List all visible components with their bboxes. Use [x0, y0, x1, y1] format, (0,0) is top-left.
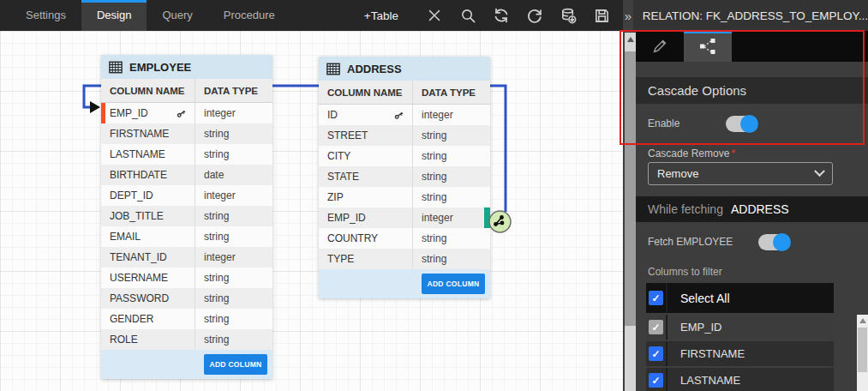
while-fetching-header: While fetching ADDRESS	[636, 196, 868, 222]
close-icon[interactable]	[425, 6, 444, 25]
tab-query[interactable]: Query	[147, 0, 207, 31]
table-row[interactable]: ROLEstring	[101, 329, 272, 350]
table-column-headers: COLUMN NAME DATA TYPE	[319, 81, 490, 105]
table-row[interactable]: STREETstring	[319, 125, 490, 146]
cascade-options-header: Cascade Options	[636, 77, 868, 104]
scrollbar-thumb[interactable]	[625, 51, 636, 326]
scroll-up-icon[interactable]	[859, 318, 866, 323]
table-title: ADDRESS	[347, 63, 402, 75]
enable-toggle[interactable]	[726, 116, 757, 132]
table-column-headers: COLUMN NAME DATA TYPE	[101, 79, 272, 103]
enable-row: Enable	[636, 104, 868, 143]
collapse-panel-icon[interactable]: »	[623, 0, 633, 31]
scrollbar-thumb[interactable]	[858, 328, 867, 372]
table-row[interactable]: EMAILstring	[101, 226, 272, 247]
add-column-button[interactable]: ADD COLUMN	[422, 274, 485, 294]
enable-label: Enable	[648, 117, 679, 129]
select-all-row[interactable]: ✓ Select All	[646, 283, 834, 313]
relation-icon	[697, 36, 718, 57]
table-employee-header[interactable]: EMPLOYEE	[101, 55, 272, 79]
table-row[interactable]: JOB_TITLEstring	[101, 206, 272, 226]
tab-procedure[interactable]: Procedure	[208, 0, 290, 31]
table-row[interactable]: FIRSTNAMEstring	[101, 123, 272, 144]
select-all-checkbox[interactable]: ✓	[649, 291, 663, 305]
tab-settings[interactable]: Settings	[10, 0, 81, 31]
cascade-remove-select[interactable]: Remove	[648, 162, 833, 185]
while-fetching-table-name: ADDRESS	[731, 202, 789, 216]
table-row[interactable]: EMP_ID integer	[101, 103, 272, 123]
columns-filter-list: ✓ Select All ✓ EMP_ID ✓ FIRSTNAME ✓ LAST…	[646, 283, 834, 391]
table-footer: ADD COLUMN	[101, 350, 272, 379]
panel-title: RELATION: FK_ADDRESS_TO_EMPLOY...	[643, 9, 868, 22]
redo-icon[interactable]	[525, 6, 544, 25]
table-row[interactable]: LASTNAMEstring	[101, 144, 272, 165]
table-row[interactable]: TENANT_IDinteger	[101, 247, 272, 268]
table-row[interactable]: PASSWORDstring	[101, 288, 272, 309]
relation-connector-line	[0, 31, 623, 391]
table-row[interactable]: BIRTHDATEdate	[101, 165, 272, 185]
cascade-remove-label: Cascade Remove*	[648, 147, 735, 159]
pencil-icon	[650, 37, 669, 56]
sync-icon[interactable]	[492, 6, 511, 25]
lastname-checkbox[interactable]: ✓	[649, 373, 663, 388]
add-table-button[interactable]: +Table	[364, 9, 398, 22]
table-row[interactable]: ID integer	[319, 105, 490, 125]
toggle-knob	[740, 115, 758, 133]
tab-design[interactable]: Design	[81, 0, 147, 31]
table-row[interactable]: EMP_IDinteger	[319, 208, 490, 228]
list-item[interactable]: ✓ FIRSTNAME	[646, 341, 834, 366]
table-row[interactable]: DEPT_IDinteger	[101, 185, 272, 206]
cascade-remove-value: Remove	[657, 167, 698, 180]
panel-tabs	[636, 31, 868, 62]
relation-properties-panel: » RELATION: FK_ADDRESS_TO_EMPLOY...	[623, 0, 868, 391]
table-title: EMPLOYEE	[129, 61, 191, 74]
emp-id-checkbox: ✓	[649, 320, 663, 334]
toolbar-actions: +Table	[364, 0, 623, 31]
schema-canvas[interactable]: EMPLOYEE COLUMN NAME DATA TYPE EMP_ID in…	[0, 31, 623, 391]
table-row[interactable]: CITYstring	[319, 146, 490, 166]
top-toolbar: Settings Design Query Procedure +Table	[0, 0, 623, 31]
table-row[interactable]: COUNTRYstring	[319, 228, 490, 249]
list-scrollbar[interactable]	[857, 315, 868, 391]
table-employee[interactable]: EMPLOYEE COLUMN NAME DATA TYPE EMP_ID in…	[101, 55, 272, 379]
list-item[interactable]: ✓ LASTNAME	[646, 368, 834, 391]
panel-content: Cascade Options Enable Cascade Remove* R…	[636, 31, 868, 391]
table-grid-icon	[326, 63, 340, 75]
toggle-knob	[773, 233, 791, 251]
tab-relation-settings[interactable]	[684, 31, 732, 62]
panel-scrollbar[interactable]	[625, 33, 636, 391]
table-grid-icon	[109, 61, 123, 74]
table-row[interactable]: STATEstring	[319, 166, 490, 187]
table-row[interactable]: GENDERstring	[101, 309, 272, 329]
table-address-header[interactable]: ADDRESS	[319, 57, 490, 81]
scroll-up-icon[interactable]	[627, 37, 634, 42]
primary-key-icon	[173, 105, 189, 121]
table-row[interactable]: ZIPstring	[319, 187, 490, 208]
fetch-employee-label: Fetch EMPLOYEE	[648, 236, 733, 248]
table-row[interactable]: USERNAMEstring	[101, 268, 272, 288]
search-icon[interactable]	[458, 6, 477, 25]
columns-to-filter-label: Columns to filter	[648, 266, 722, 278]
connector-arrowhead	[90, 101, 100, 113]
primary-key-icon	[391, 107, 406, 123]
firstname-checkbox[interactable]: ✓	[649, 346, 663, 361]
tab-edit-relation[interactable]	[636, 31, 684, 62]
add-column-button[interactable]: ADD COLUMN	[204, 354, 267, 375]
relation-endpoint-icon[interactable]	[488, 210, 512, 233]
table-row[interactable]: TYPEstring	[319, 249, 490, 269]
selected-row-marker	[101, 103, 105, 123]
table-footer: ADD COLUMN	[319, 269, 490, 298]
chevron-down-icon	[814, 165, 825, 177]
db-export-icon[interactable]	[559, 6, 578, 25]
table-address[interactable]: ADDRESS COLUMN NAME DATA TYPE ID integer…	[319, 57, 490, 298]
fetch-employee-toggle[interactable]	[758, 234, 789, 250]
required-mark: *	[731, 147, 735, 159]
panel-header: » RELATION: FK_ADDRESS_TO_EMPLOY...	[623, 0, 868, 31]
db-designer-app: Settings Design Query Procedure +Table	[0, 0, 868, 391]
fetch-employee-row: Fetch EMPLOYEE	[636, 222, 868, 262]
list-item[interactable]: ✓ EMP_ID	[646, 315, 834, 340]
save-icon[interactable]	[592, 6, 611, 25]
designer-tabs: Settings Design Query Procedure	[0, 0, 290, 31]
